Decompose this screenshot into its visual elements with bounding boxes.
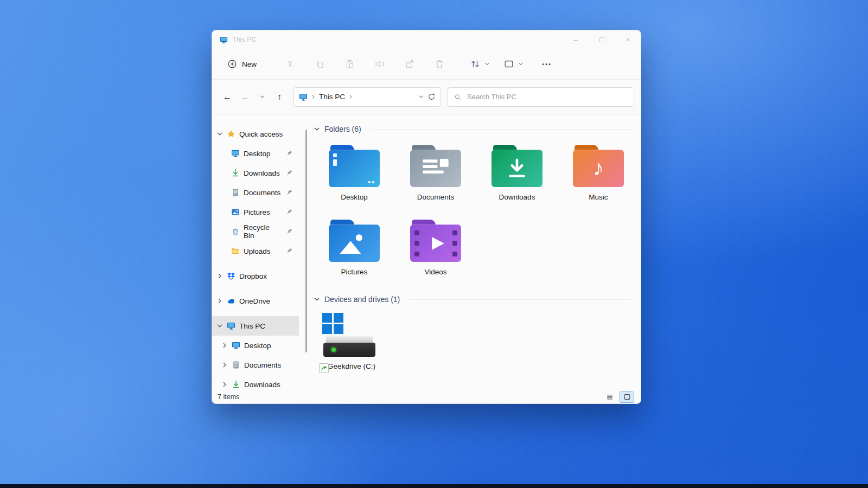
chevron-right-icon[interactable]: [221, 381, 228, 388]
search-input[interactable]: [466, 92, 628, 101]
hard-drive-icon: [323, 336, 375, 357]
cut-button[interactable]: ✂: [279, 54, 302, 74]
breadcrumb[interactable]: This PC: [319, 93, 345, 101]
folder-tile-desktop[interactable]: Desktop: [314, 140, 395, 215]
sidebar-item-label: Documents: [244, 361, 281, 369]
copy-button[interactable]: [309, 54, 331, 74]
close-icon: ×: [626, 35, 630, 44]
new-button[interactable]: New: [221, 55, 263, 73]
windows-logo-icon: [322, 313, 395, 334]
chevron-right-icon[interactable]: [216, 273, 223, 279]
refresh-icon[interactable]: [427, 93, 436, 101]
sidebar-item-this-pc[interactable]: This PC: [212, 316, 299, 336]
pin-icon: [286, 170, 292, 176]
folder-label: Music: [589, 193, 608, 201]
sidebar-item-downloads[interactable]: Downloads: [212, 163, 299, 183]
recent-locations-button[interactable]: [253, 88, 271, 106]
folder-label: Desktop: [341, 193, 368, 201]
recycle-bin-icon: [231, 227, 240, 236]
details-view-button[interactable]: [602, 391, 617, 403]
music-note-icon: ♪: [593, 157, 604, 178]
chevron-down-icon[interactable]: [418, 94, 424, 100]
folder-tile-music[interactable]: ♪ Music: [558, 140, 639, 215]
folder-tile-videos[interactable]: Videos: [395, 215, 476, 290]
sidebar-scrollbar[interactable]: [299, 114, 312, 390]
delete-button[interactable]: [428, 54, 451, 74]
sidebar-item-thispc-desktop[interactable]: Desktop: [212, 336, 299, 355]
pin-icon: [286, 248, 292, 254]
onedrive-cloud-icon: [227, 297, 235, 305]
forward-button[interactable]: →: [236, 88, 253, 106]
copy-icon: [315, 59, 325, 69]
paste-button[interactable]: [339, 54, 361, 74]
this-pc-icon: [220, 36, 228, 44]
maximize-button[interactable]: [589, 30, 615, 49]
more-icon: •••: [542, 61, 552, 67]
rename-icon: [375, 59, 385, 69]
minimize-button[interactable]: –: [563, 30, 589, 49]
folder-label: Pictures: [341, 268, 368, 276]
view-button[interactable]: [497, 54, 524, 74]
this-pc-icon: [299, 93, 308, 101]
pictures-icon: [231, 208, 240, 216]
sidebar-item-dropbox[interactable]: Dropbox: [212, 266, 299, 286]
document-icon: [232, 361, 240, 369]
drive-tile-c[interactable]: Geekdrive (C:): [314, 311, 395, 370]
up-button[interactable]: ↑: [271, 88, 288, 106]
sidebar-item-onedrive[interactable]: OneDrive: [212, 291, 299, 311]
chevron-right-icon[interactable]: [216, 298, 223, 304]
sidebar-item-pictures[interactable]: Pictures: [212, 202, 299, 222]
see-more-button[interactable]: •••: [535, 54, 558, 74]
paste-icon: [345, 59, 355, 69]
folders-section-header[interactable]: Folders (6): [314, 123, 631, 135]
search-box[interactable]: [448, 87, 634, 107]
share-button[interactable]: [398, 54, 421, 74]
address-bar[interactable]: This PC: [293, 87, 441, 107]
sidebar-item-label: Desktop: [244, 342, 271, 350]
chevron-right-icon: [311, 94, 316, 99]
sidebar-item-desktop[interactable]: Desktop: [212, 144, 299, 163]
new-button-label: New: [242, 60, 257, 68]
sort-button[interactable]: [464, 54, 490, 74]
dropbox-icon: [227, 272, 235, 280]
back-icon: ←: [223, 92, 232, 102]
sidebar-item-documents[interactable]: Documents: [212, 183, 299, 202]
rename-button[interactable]: [368, 54, 391, 74]
sidebar-item-thispc-documents[interactable]: Documents: [212, 355, 299, 375]
screen-bottom-strip: [0, 484, 868, 488]
sidebar-item-quick-access[interactable]: Quick access: [212, 124, 299, 144]
close-button[interactable]: ×: [615, 30, 641, 49]
this-pc-icon: [227, 322, 235, 330]
chevron-down-icon[interactable]: [314, 126, 320, 132]
chevron-down-icon: [518, 61, 524, 67]
sidebar-item-label: OneDrive: [239, 297, 270, 305]
folder-tile-pictures[interactable]: Pictures: [314, 215, 395, 290]
section-title: Devices and drives (1): [324, 295, 400, 304]
chevron-right-icon[interactable]: [221, 362, 228, 368]
large-icons-view-button[interactable]: [620, 391, 634, 403]
chevron-right-icon: [348, 94, 353, 99]
chevron-right-icon[interactable]: [221, 342, 228, 349]
chevron-down-icon[interactable]: [314, 296, 320, 303]
file-explorer-window: This PC – × New ✂: [212, 30, 641, 404]
sidebar-item-recycle-bin[interactable]: Recycle Bin: [212, 222, 299, 241]
maximize-icon: [599, 37, 604, 42]
chevron-down-icon[interactable]: [216, 131, 223, 137]
sidebar-item-label: This PC: [239, 322, 265, 330]
folder-tile-documents[interactable]: Documents: [395, 140, 476, 215]
chevron-down-icon: [484, 61, 490, 67]
desktop-icon: [232, 341, 240, 350]
sidebar-item-uploads[interactable]: Uploads: [212, 241, 299, 261]
folders-grid: Desktop Documents Do: [314, 140, 641, 290]
navigation-bar: ← → ↑ This PC: [212, 80, 641, 114]
folder-tile-downloads[interactable]: Downloads: [476, 140, 558, 215]
large-icons-view-icon: [623, 393, 631, 401]
scrollbar-thumb[interactable]: [305, 130, 307, 352]
drives-section-header[interactable]: Devices and drives (1): [314, 293, 631, 305]
sidebar-item-thispc-downloads[interactable]: Downloads: [212, 375, 299, 390]
navigation-pane: Quick access Desktop Downloads Documents: [212, 114, 299, 390]
back-button[interactable]: ←: [219, 88, 236, 106]
desktop-folder-icon: [329, 145, 380, 187]
sidebar-item-label: Quick access: [239, 130, 283, 138]
chevron-down-icon[interactable]: [216, 323, 223, 329]
